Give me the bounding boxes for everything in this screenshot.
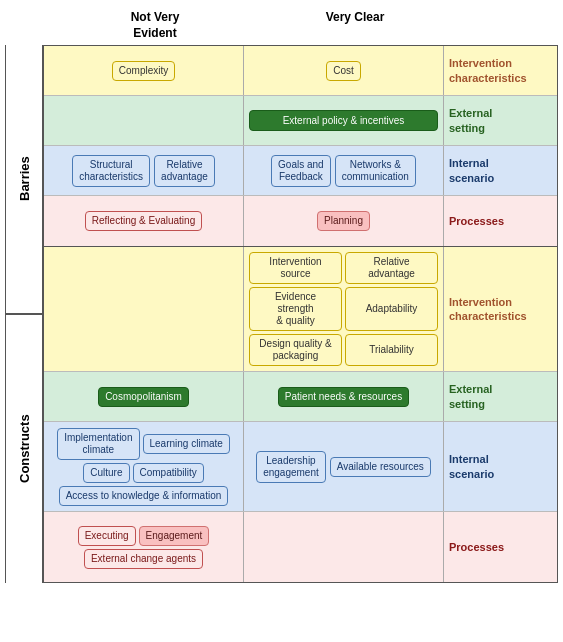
barriers-processes-row: Reflecting & Evaluating Planning Process…: [44, 196, 557, 246]
design-quality-tag: Design quality &packaging: [249, 334, 342, 366]
patient-needs-tag: Patient needs & resources: [278, 387, 409, 407]
culture-tag: Culture: [83, 463, 129, 483]
constructs-intervention-category: Interventioncharacteristics: [444, 247, 557, 371]
barriers-intervention-not-very: Complexity: [44, 46, 244, 95]
constructs-row-label: Constructs: [5, 314, 43, 583]
impl-climate-tag: Implementationclimate: [57, 428, 139, 460]
constructs-internal-category: Internalscenario: [444, 422, 557, 511]
constructs-external-not-very: Cosmopolitanism: [44, 372, 244, 421]
networks-tag: Networks &communication: [335, 155, 416, 187]
col-header-very-clear: Very Clear: [255, 10, 455, 41]
structural-tag: Structuralcharacteristics: [72, 155, 150, 187]
row-label-col: Barries Constructs: [5, 45, 43, 583]
barriers-intervention-row: Complexity Cost Interventioncharacterist…: [44, 46, 557, 96]
relative-adv2-tag: Relative advantage: [345, 252, 438, 284]
intervention-tags-grid: Intervention source Relative advantage E…: [249, 252, 438, 366]
barriers-internal-not-very: Structuralcharacteristics Relativeadvant…: [44, 146, 244, 195]
main-container: Not VeryEvident Very Clear Barries Const…: [0, 0, 563, 593]
goals-feedback-tag: Goals andFeedback: [271, 155, 331, 187]
constructs-processes-category: Processes: [444, 512, 557, 582]
barriers-external-very-clear: External policy & incentives: [244, 96, 444, 145]
constructs-intervention-very-clear: Intervention source Relative advantage E…: [244, 247, 444, 371]
barriers-intervention-very-clear: Cost: [244, 46, 444, 95]
barriers-row-label: Barries: [5, 45, 43, 314]
constructs-external-category: Externalsetting: [444, 372, 557, 421]
constructs-processes-not-very: Executing Engagement External change age…: [44, 512, 244, 582]
evidence-strength-tag: Evidence strength& quality: [249, 287, 342, 331]
constructs-external-row: Cosmopolitanism Patient needs & resource…: [44, 372, 557, 422]
barriers-external-not-very: [44, 96, 244, 145]
barriers-internal-category: Internalscenario: [444, 146, 557, 195]
barriers-section: Complexity Cost Interventioncharacterist…: [44, 46, 557, 247]
trialability-tag: Trialability: [345, 334, 438, 366]
constructs-processes-row: Executing Engagement External change age…: [44, 512, 557, 582]
constructs-external-very-clear: Patient needs & resources: [244, 372, 444, 421]
barriers-processes-very-clear: Planning: [244, 196, 444, 246]
external-change-tag: External change agents: [84, 549, 203, 569]
internal-not-very-tags: Implementationclimate Learning climate C…: [49, 428, 238, 506]
available-resources-tag: Available resources: [330, 457, 431, 477]
cosmopolitanism-tag: Cosmopolitanism: [98, 387, 189, 407]
col-header-not-very: Not VeryEvident: [55, 10, 255, 41]
barriers-internal-very-clear: Goals andFeedback Networks &communicatio…: [244, 146, 444, 195]
intervention-source-tag: Intervention source: [249, 252, 342, 284]
cost-tag: Cost: [326, 61, 361, 81]
reflecting-tag: Reflecting & Evaluating: [85, 211, 202, 231]
barriers-external-row: External policy & incentives Externalset…: [44, 96, 557, 146]
constructs-internal-row: Implementationclimate Learning climate C…: [44, 422, 557, 512]
barriers-intervention-category: Interventioncharacteristics: [444, 46, 557, 95]
barriers-processes-category: Processes: [444, 196, 557, 246]
main-grid: Barries Constructs Complexity Cost Inter…: [5, 45, 558, 583]
external-policy-tag: External policy & incentives: [249, 110, 438, 131]
constructs-intervention-not-very: [44, 247, 244, 371]
leadership-tag: Leadershipengagement: [256, 451, 326, 483]
constructs-section: Intervention source Relative advantage E…: [44, 247, 557, 582]
executing-tag: Executing: [78, 526, 136, 546]
barriers-external-category: Externalsetting: [444, 96, 557, 145]
barriers-internal-row: Structuralcharacteristics Relativeadvant…: [44, 146, 557, 196]
engagement-tag: Engagement: [139, 526, 210, 546]
access-knowledge-tag: Access to knowledge & information: [59, 486, 229, 506]
complexity-tag: Complexity: [112, 61, 175, 81]
constructs-internal-not-very: Implementationclimate Learning climate C…: [44, 422, 244, 511]
constructs-intervention-row: Intervention source Relative advantage E…: [44, 247, 557, 372]
compatibility-tag: Compatibility: [133, 463, 204, 483]
header-row: Not VeryEvident Very Clear: [55, 10, 558, 41]
constructs-internal-very-clear: Leadershipengagement Available resources: [244, 422, 444, 511]
processes-not-very-tags: Executing Engagement External change age…: [49, 526, 238, 569]
grid-content: Complexity Cost Interventioncharacterist…: [43, 45, 558, 583]
adaptability-tag: Adaptability: [345, 287, 438, 331]
barriers-processes-not-very: Reflecting & Evaluating: [44, 196, 244, 246]
relative-adv-tag: Relativeadvantage: [154, 155, 215, 187]
learning-climate-tag: Learning climate: [143, 434, 230, 454]
col-label-spacer: [455, 10, 555, 41]
planning-tag: Planning: [317, 211, 370, 231]
constructs-processes-very-clear: [244, 512, 444, 582]
